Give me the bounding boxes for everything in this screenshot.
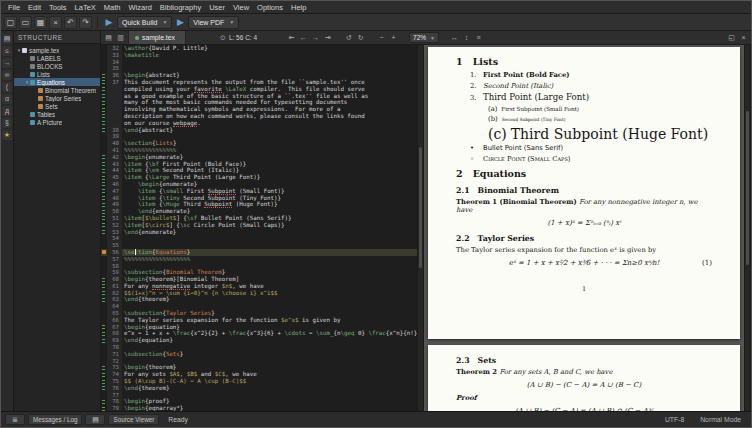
code-line[interactable]: 69\end{equation}: [101, 337, 417, 344]
code-line[interactable]: 51\item[$\bullet$] {\sf Bullet Point (Sa…: [101, 215, 417, 222]
code-line[interactable]: 63\end{theorem}: [101, 296, 417, 303]
code-line[interactable]: 68e^x = 1 + x + \frac{x^2}{2} + \frac{x^…: [101, 330, 417, 337]
code-line[interactable]: 41%%%%%%%%%%%%%%%: [101, 147, 417, 154]
code-line[interactable]: many of the most basic commands needed f…: [101, 99, 417, 106]
symbols-arrow-icon[interactable]: →: [2, 58, 12, 68]
menu-tools[interactable]: Tools: [45, 2, 71, 13]
code-line[interactable]: 76\end{theorem}: [101, 385, 417, 392]
symbols-greek-icon[interactable]: α: [2, 94, 12, 104]
symbols-special-icon[interactable]: §: [2, 118, 12, 128]
code-line[interactable]: 35: [101, 65, 417, 72]
pdf-scrollbar[interactable]: [744, 45, 751, 411]
code-line[interactable]: as a good example of the basic structure…: [101, 93, 417, 100]
tree-item-blocks[interactable]: BLOCKS: [14, 62, 100, 70]
fit-page-icon[interactable]: ↕: [461, 32, 472, 43]
menu-user[interactable]: User: [205, 2, 229, 13]
last-page-icon[interactable]: ⇥: [322, 32, 333, 43]
code-line[interactable]: 65\subsection{Taylor Series}: [101, 310, 417, 317]
redo-icon[interactable]: ↷: [79, 16, 92, 29]
code-line[interactable]: 70: [101, 344, 417, 351]
tab-sample-tex[interactable]: sample.tex: [128, 31, 186, 44]
code-line[interactable]: 60\begin{theorem}[Binomial Theorem]: [101, 276, 417, 283]
tree-item-sets[interactable]: Sets: [14, 102, 100, 110]
code-line[interactable]: 50 \end{enumerate}: [101, 208, 417, 215]
code-line[interactable]: 44\item {\em Second Point (Italic)}: [101, 167, 417, 174]
menu-help[interactable]: Help: [287, 2, 310, 13]
code-line[interactable]: 55: [101, 242, 417, 249]
code-line[interactable]: 74For any sets $A$, $B$ and $C$, we have: [101, 371, 417, 378]
code-line[interactable]: 78\begin{proof}: [101, 398, 417, 405]
editor-scrollbar-thumb[interactable]: [419, 147, 422, 268]
code-line[interactable]: 58: [101, 263, 417, 270]
tree-item-equations[interactable]: ▾Equations: [14, 78, 100, 86]
tree-item-tables[interactable]: Tables: [14, 110, 100, 118]
code-line[interactable]: 59\subsection{Binomial Theorem}: [101, 269, 417, 276]
view-pdf-run-button[interactable]: ▶: [174, 16, 186, 29]
code-line[interactable]: 56\section{Equations}: [101, 249, 417, 256]
zoom-out-icon[interactable]: −: [376, 32, 387, 43]
code-line[interactable]: 61For any nonnegative integer $n$, we ha…: [101, 283, 417, 290]
code-line[interactable]: 38\end{abstract}: [101, 127, 417, 134]
code-line[interactable]: 48 \item {\tiny Second Subpoint (Tiny Fo…: [101, 195, 417, 202]
tree-item-labels[interactable]: LABELS: [14, 54, 100, 62]
symbols-relation-icon[interactable]: ≤: [2, 46, 12, 56]
code-line[interactable]: 66The Taylor series expansion for the fu…: [101, 317, 417, 324]
code-line[interactable]: compiled using your favorite \LaTeX comp…: [101, 86, 417, 93]
code-line[interactable]: 52\item[$\circ$] {\sc Circle Point (Smal…: [101, 222, 417, 229]
preview-panel-icon[interactable]: ▤: [85, 414, 105, 425]
symbols-misc-icon[interactable]: ∞: [2, 70, 12, 80]
code-line[interactable]: 36\begin{abstract}: [101, 72, 417, 79]
view-pdf-select[interactable]: View PDF ▼: [188, 16, 239, 29]
messages-log-button[interactable]: Messages / Log: [28, 414, 82, 425]
code-line[interactable]: 39: [101, 133, 417, 140]
code-line[interactable]: description on how each command works, p…: [101, 113, 417, 120]
detach-viewer-icon[interactable]: ◱: [726, 32, 737, 43]
quick-build-select[interactable]: Quick Build ▼: [117, 16, 172, 29]
code-line[interactable]: 49 \item {\Huge Third Subpoint (Huge Fon…: [101, 201, 417, 208]
close-viewer-icon[interactable]: ×: [738, 32, 749, 43]
document-list-icon[interactable]: ▤: [103, 32, 114, 43]
code-line[interactable]: 46 \begin{enumerate}: [101, 181, 417, 188]
bookmarks-icon[interactable]: ▥: [115, 32, 126, 43]
code-line[interactable]: 79\begin{eqnarray*}: [101, 405, 417, 411]
code-line[interactable]: 77: [101, 392, 417, 399]
tree-item-binomial-theorem[interactable]: Binomial Theorem: [14, 86, 100, 94]
code-line[interactable]: 53\end{enumerate}: [101, 229, 417, 236]
tree-item-a-picture[interactable]: A Picture: [14, 118, 100, 126]
source-viewer-button[interactable]: Source Viewer: [108, 414, 159, 425]
structure-panel-icon[interactable]: ▤: [2, 34, 12, 44]
menu-view[interactable]: View: [229, 2, 253, 13]
code-line[interactable]: 40\section{Lists}: [101, 140, 417, 147]
code-line[interactable]: 43\item {\bf First Point (Bold Face)}: [101, 161, 417, 168]
menu-options[interactable]: Options: [253, 2, 287, 13]
favorites-icon[interactable]: ★: [2, 130, 12, 140]
editor-scrollbar[interactable]: [417, 45, 424, 411]
menu-bibliography[interactable]: Bibliography: [156, 2, 205, 13]
save-icon[interactable]: ▦: [34, 16, 47, 29]
code-line[interactable]: 47 \item {\small First Subpoint (Small F…: [101, 188, 417, 195]
menu-file[interactable]: File: [4, 2, 24, 13]
rotate-right-icon[interactable]: ↻: [355, 32, 366, 43]
code-line[interactable]: 33\maketitle: [101, 52, 417, 59]
log-panel-icon[interactable]: ≣: [5, 414, 25, 425]
zoom-in-icon[interactable]: +: [388, 32, 399, 43]
next-page-icon[interactable]: →: [310, 32, 321, 43]
fit-width-icon[interactable]: ↔: [449, 32, 460, 43]
continuous-mode-icon[interactable]: ≡: [473, 32, 484, 43]
symbols-delimiter-icon[interactable]: (: [2, 82, 12, 92]
code-line[interactable]: 73\begin{theorem}: [101, 364, 417, 371]
code-line[interactable]: 67\begin{equation}: [101, 324, 417, 331]
open-file-icon[interactable]: ▭: [19, 16, 32, 29]
rotate-left-icon[interactable]: ↺: [343, 32, 354, 43]
close-file-icon[interactable]: ×: [49, 16, 62, 29]
tree-item-sample-tex[interactable]: ▾sample.tex: [14, 46, 100, 54]
zoom-select[interactable]: 72% ▼: [409, 32, 439, 43]
code-line[interactable]: 62$$(1+x)^n = \sum_{i=0}^n {n \choose i}…: [101, 290, 417, 297]
code-line[interactable]: 71\subsection{Sets}: [101, 351, 417, 358]
code-line[interactable]: 57%%%%%%%%%%%%%%%%%%%: [101, 256, 417, 263]
quick-build-run-button[interactable]: ▶: [103, 16, 115, 29]
menu-latex[interactable]: LaTeX: [71, 2, 100, 13]
code-line[interactable]: 64: [101, 303, 417, 310]
menu-math[interactable]: Math: [100, 2, 125, 13]
pdf-viewer[interactable]: 1Lists1.First Point (Bold Face)2.Second …: [424, 45, 744, 411]
